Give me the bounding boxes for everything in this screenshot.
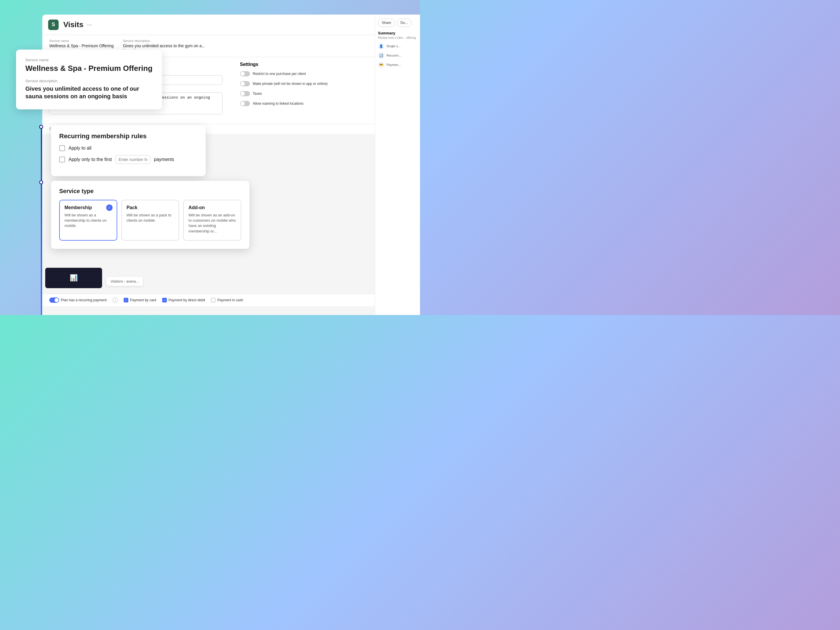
toggle-restrict[interactable] [240,71,250,76]
analytics-icon: 📊 [70,274,77,282]
card-service-name-value: Wellness & Spa - Premium Offering [25,64,153,73]
card-service-info: Service name Wellness & Spa - Premium Of… [16,50,162,109]
sidebar-item-single[interactable]: 👤 Single s... [378,43,417,49]
app-title: Visits [63,20,84,29]
payment-card: ✓ Payment by card [124,298,156,302]
recurring-icon: 🔄 [378,52,384,58]
sidebar-item-recurring[interactable]: 🔄 Recurrin... [378,52,417,58]
membership-title: Membership [65,205,112,210]
sidebar-item-single-label: Single s... [387,44,401,48]
setting-label-3: Allow roaming to linked locations [253,101,304,106]
sidebar-action-buttons: Share Du... [378,19,417,27]
rule-apply-first-row: Apply only to the first payments [59,155,197,164]
payment-recurring: Plan has a recurring payment [49,297,107,303]
type-card-membership[interactable]: ✓ Membership Will be shown as a membersh… [59,200,117,241]
left-nav-line [41,125,42,315]
checkbox-cash[interactable] [211,298,216,302]
setting-label-0: Restrict to one purchase per client [253,72,306,76]
info-icon: i [112,297,118,303]
pack-desc: Will be shown as a pack to clients on mo… [126,213,174,223]
card-service-name-label: Service name [25,58,153,62]
recurring-rules-title: Recurring membership rules [59,133,197,140]
more-button[interactable]: ··· [87,21,92,28]
payment-direct-debit: ✓ Payment by direct debit [162,298,205,302]
addon-title: Add-on [188,205,236,210]
pack-title: Pack [126,205,174,210]
payment-icon: 💳 [378,62,384,68]
share-button[interactable]: Share [378,19,395,27]
left-nav-dot-mid [39,180,43,184]
checkbox-direct-debit[interactable]: ✓ [162,298,167,302]
setting-label-2: Taxes [253,92,262,96]
app-topbar: S Visits ··· [42,14,420,35]
rule-apply-all-row: Apply to all [59,145,197,151]
apply-all-label: Apply to all [68,145,91,151]
right-sidebar: Share Du... Summary Review how a clien..… [375,14,420,315]
toggle-recurring[interactable] [49,297,59,303]
toggle-private[interactable] [240,81,250,86]
toggle-taxes[interactable] [240,91,250,96]
card-recurring-rules: Recurring membership rules Apply to all … [51,125,205,176]
checkbox-apply-first[interactable] [59,156,65,163]
strip-service-desc: Service description Gives you unlimited … [123,39,393,53]
payment-bar: Plan has a recurring payment i ✓ Payment… [42,294,420,306]
service-type-cards: ✓ Membership Will be shown as a membersh… [59,200,241,241]
summary-desc: Review how a clien... offering [378,36,417,39]
payment-cash: Payment in cash [211,298,243,302]
apply-first-label: Apply only to the first [68,157,112,162]
card-desc-label: Service description [25,79,153,83]
setting-label-1: Make private (will not be shown in app o… [253,82,328,86]
membership-desc: Will be shown as a membership to clients… [65,213,112,229]
summary-title: Summary [378,31,417,35]
number-input[interactable] [115,155,150,164]
visitors-strip: Visitors - avera... [106,277,143,286]
type-card-addon[interactable]: Add-on Will be shown as an add-on to cus… [183,200,241,241]
card-service-type: Service type ✓ Membership Will be shown … [51,181,249,249]
strip-service-name: Service name Wellness & Spa - Premium Of… [49,39,114,48]
checkbox-apply-all[interactable] [59,145,65,151]
sidebar-item-recurring-label: Recurrin... [387,54,401,57]
card-desc-value: Gives you unlimited access to one of our… [25,85,153,100]
payments-label: payments [154,157,174,162]
sidebar-item-payment-label: Paymen... [387,63,401,66]
toggle-roaming[interactable] [240,101,250,106]
checkbox-card[interactable]: ✓ [124,298,128,302]
addon-desc: Will be shown as an add-on to customers … [188,213,236,234]
service-type-title: Service type [59,188,241,194]
type-card-pack[interactable]: Pack Will be shown as a pack to clients … [122,200,179,241]
duplicate-button[interactable]: Du... [397,19,412,27]
left-nav-dot-top [39,125,43,129]
membership-check-icon: ✓ [106,204,112,211]
single-session-icon: 👤 [378,43,384,49]
app-logo: S [48,19,58,30]
sidebar-item-payment[interactable]: 💳 Paymen... [378,62,417,68]
show-more-link[interactable]: Show More [123,49,393,53]
analytics-widget: 📊 [45,268,102,288]
